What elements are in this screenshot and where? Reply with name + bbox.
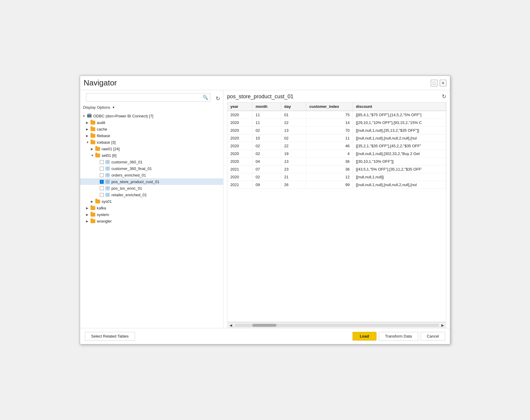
navigator-window: Navigator □ ✕ 🔍 ↻ Display Options ▼ [80, 76, 450, 344]
table-row[interactable]: 2020022246[[35,2,1,"$35 OFF"],[45,2,2,"$… [227, 142, 446, 150]
tree-item-kafka[interactable]: ▶ kafka [80, 205, 223, 211]
table-cell: 26 [281, 181, 306, 189]
cancel-button[interactable]: Cancel [421, 332, 445, 341]
svg-point-1 [87, 114, 91, 115]
table-row[interactable]: 2020112214[[29,10,1,"10% OFF"],[93,15,2,… [227, 119, 446, 127]
display-options-button[interactable]: Display Options ▼ [83, 105, 220, 110]
scroll-thumb[interactable] [252, 324, 276, 327]
table-cell: [[null,null,1,null],[null,null,2,null],[… [353, 181, 446, 189]
tree-item-icebase[interactable]: ▼ icebase [3] [80, 139, 223, 145]
tree-item-audit[interactable]: ▶ audit [80, 119, 223, 126]
horizontal-scrollbar[interactable]: ◀ ▶ [227, 322, 446, 328]
table-cell: 23 [281, 165, 306, 173]
tree-toggle-set01[interactable]: ▼ [91, 154, 95, 157]
table-cell: [[35,2,1,"$35 OFF"],[45,2,2,"$35 OFF" [353, 142, 446, 150]
checkbox-orders-enriched[interactable] [100, 173, 104, 177]
table-header-row: year month day customer_index discount [227, 102, 446, 111]
checkbox-pos-txn[interactable] [100, 186, 104, 190]
table-row[interactable]: 2021072336[[43,5,1,"5% OFF"],[35,11,2,"$… [227, 165, 446, 173]
table-row[interactable]: 2020021370[[null,null,1,null],[35,13,2,"… [227, 127, 446, 134]
tree-toggle-filebase[interactable]: ▶ [86, 134, 90, 137]
table-cell: 36 [306, 158, 353, 165]
table-cell: 02 [252, 173, 281, 181]
tree-item-sys01[interactable]: ▶ sys01 [80, 198, 223, 205]
minimize-button[interactable]: □ [431, 80, 437, 86]
table-row[interactable]: 202002194[[null,null,1,null],[302,33,2,"… [227, 150, 446, 158]
tree-item-filebase[interactable]: ▶ filebase [80, 132, 223, 139]
tree-toggle-root[interactable]: ▼ [82, 114, 87, 118]
tree-toggle-system[interactable]: ▶ [86, 213, 90, 216]
tree-item-system[interactable]: ▶ system [80, 211, 223, 218]
tree-spacer-1 [96, 160, 100, 164]
table-cell: 36 [306, 165, 353, 173]
table-row[interactable]: 2020022112[[null,null,1,null]] [227, 173, 446, 181]
select-related-tables-button[interactable]: Select Related Tables [85, 332, 135, 341]
tree-toggle-cache[interactable]: ▶ [86, 128, 90, 131]
table-cell: 10 [252, 134, 281, 142]
tree-item-set01[interactable]: ▼ set01 [6] [80, 152, 223, 159]
search-input[interactable] [88, 95, 203, 100]
folder-icon-sys01 [95, 199, 100, 204]
table-row[interactable]: 2021092699[[null,null,1,null],[null,null… [227, 181, 446, 189]
table-cell: 11 [252, 119, 281, 127]
table-cell: 02 [252, 150, 281, 158]
table-cell: 02 [252, 127, 281, 134]
checkbox-customer360[interactable] [100, 160, 104, 164]
table-cell: 02 [281, 134, 306, 142]
tree-toggle-raw01[interactable]: ▶ [91, 147, 95, 151]
load-button[interactable]: Load [353, 332, 376, 341]
preview-refresh-icon[interactable]: ↻ [442, 93, 446, 100]
table-cell: 13 [281, 158, 306, 165]
table-cell: 2020 [227, 111, 252, 119]
top-refresh-icon[interactable]: ↻ [216, 95, 220, 102]
scroll-right-arrow[interactable]: ▶ [440, 323, 445, 328]
tree-item-customer360final[interactable]: customer_360_final_01 [80, 165, 223, 172]
tree-toggle-icebase[interactable]: ▼ [86, 141, 90, 144]
tree-toggle-wrangler[interactable]: ▶ [86, 220, 90, 223]
table-cell: 01 [281, 111, 306, 119]
checkbox-pos-store[interactable]: ✓ [100, 180, 104, 184]
folder-icon-raw01 [95, 146, 100, 151]
tree-item-retailer-enriched[interactable]: retailer_enriched_01 [80, 191, 223, 198]
tree-toggle-kafka[interactable]: ▶ [86, 206, 90, 210]
folder-icon-icebase [90, 140, 96, 145]
tree-item-pos-store[interactable]: ✓ pos_store_product_cust_01 [80, 178, 223, 185]
table-icon-retailer-enriched [105, 192, 110, 197]
table-row[interactable]: 2020110175[[85,4,1,"$75 OFF"],[14,5,2,"5… [227, 111, 446, 119]
table-cell: [[29,10,1,"10% OFF"],[93,15,2,"15% C [353, 119, 446, 127]
tree-item-orders-enriched[interactable]: orders_enriched_01 [80, 172, 223, 178]
table-cell: 2020 [227, 142, 252, 150]
table-cell: 2020 [227, 150, 252, 158]
table-body: 2020110175[[85,4,1,"$75 OFF"],[14,5,2,"5… [227, 111, 446, 189]
table-row[interactable]: 2020100211[[null,null,1,null],[null,null… [227, 134, 446, 142]
table-cell: 4 [306, 150, 353, 158]
search-icon[interactable]: 🔍 [203, 95, 208, 100]
table-row[interactable]: 2020041336[[30,10,1,"10% OFF"]] [227, 158, 446, 165]
tree-item-customer360[interactable]: customer_360_01 [80, 159, 223, 165]
table-icon-customer360final [105, 166, 110, 171]
table-cell: 04 [252, 158, 281, 165]
tree-root[interactable]: ▼ ODBC (dsn=Power BI Connect) [7] [80, 113, 223, 119]
database-icon [87, 114, 92, 118]
scroll-left-arrow[interactable]: ◀ [228, 323, 233, 328]
close-button[interactable]: ✕ [440, 80, 446, 86]
table-cell: 09 [252, 181, 281, 189]
search-bar: 🔍 [86, 93, 210, 102]
transform-data-button[interactable]: Transform Data [379, 332, 418, 341]
chevron-down-icon: ▼ [112, 106, 115, 109]
col-header-day: day [281, 102, 306, 111]
tree-item-pos-txn[interactable]: pos_txn_enric_01 [80, 185, 223, 191]
svg-rect-13 [105, 173, 110, 177]
tree-item-cache[interactable]: ▶ cache [80, 126, 223, 132]
data-table: year month day customer_index discount 2… [227, 102, 446, 189]
table-cell: 2021 [227, 181, 252, 189]
tree-toggle-sys01[interactable]: ▶ [91, 200, 95, 203]
scroll-track[interactable] [235, 324, 439, 327]
title-bar: Navigator □ ✕ [80, 76, 450, 90]
checkbox-retailer-enriched[interactable] [100, 193, 104, 197]
title-bar-buttons: □ ✕ [431, 80, 446, 86]
checkbox-customer360final[interactable] [100, 167, 104, 171]
tree-toggle-audit[interactable]: ▶ [86, 121, 90, 124]
tree-item-wrangler[interactable]: ▶ wrangler [80, 218, 223, 224]
tree-item-raw01[interactable]: ▶ raw01 [24] [80, 145, 223, 152]
